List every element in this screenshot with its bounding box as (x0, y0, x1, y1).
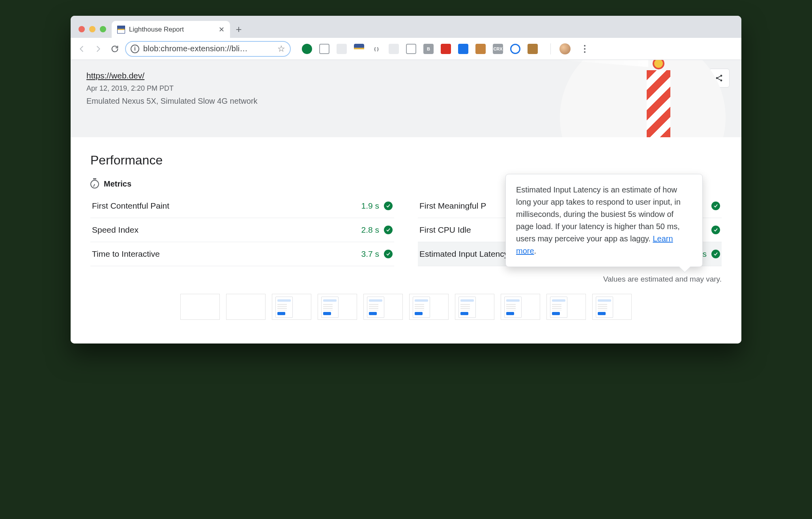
forward-button[interactable] (92, 43, 105, 55)
browser-tab[interactable]: Lighthouse Report ✕ (112, 21, 230, 38)
shield-icon[interactable] (458, 44, 468, 54)
metric-value: 1.9 s (361, 201, 379, 211)
filmstrip-thumb[interactable] (180, 294, 220, 320)
pass-check-icon (384, 202, 393, 210)
pass-check-icon (711, 226, 720, 234)
metric-value: 2.8 s (361, 225, 379, 235)
shield-check-icon[interactable] (302, 44, 312, 54)
extension-icons: { }BCRX (302, 44, 538, 54)
metric-name: Time to Interactive (92, 249, 361, 259)
pass-check-icon (711, 250, 720, 258)
metric-value: 3.7 s (361, 249, 379, 259)
tab-strip: Lighthouse Report ✕ + (71, 16, 741, 38)
estimate-note: Values are estimated and may vary. (90, 275, 722, 284)
braces-icon[interactable]: { } (371, 44, 382, 54)
category-title: Performance (90, 153, 722, 168)
filmstrip-thumb[interactable] (318, 294, 357, 320)
browser-menu-button[interactable] (580, 45, 589, 53)
metrics-label: Metrics (104, 179, 131, 189)
metric-row[interactable]: Speed Index2.8 s (90, 218, 394, 242)
snowflake-icon[interactable] (389, 44, 399, 54)
address-bar[interactable]: i blob:chrome-extension://bli… ☆ (125, 41, 291, 57)
laptop-icon[interactable] (406, 44, 416, 54)
bookmark-star-icon[interactable]: ☆ (277, 44, 285, 54)
spiral-icon[interactable] (441, 44, 451, 54)
browser-toolbar: i blob:chrome-extension://bli… ☆ { }BCRX (71, 38, 741, 60)
filmstrip-thumb[interactable] (455, 294, 494, 320)
window-controls (76, 26, 112, 38)
b-badge-icon[interactable]: B (423, 44, 434, 54)
filmstrip-thumb[interactable] (363, 294, 403, 320)
metric-name: Speed Index (92, 225, 361, 235)
filmstrip-thumb[interactable] (226, 294, 266, 320)
profile-avatar[interactable] (559, 43, 571, 54)
books-icon[interactable] (475, 44, 486, 54)
url-text: blob:chrome-extension://bli… (143, 44, 273, 53)
toolbar-separator (550, 43, 551, 54)
stopwatch-icon (90, 180, 99, 189)
audited-url-link[interactable]: https://web.dev/ (86, 71, 144, 80)
crate-icon[interactable] (528, 44, 538, 54)
gear-ring-icon[interactable] (510, 44, 520, 54)
back-button[interactable] (75, 43, 88, 55)
pass-check-icon (711, 202, 720, 210)
browser-window: Lighthouse Report ✕ + i blob:chrome-exte… (71, 16, 741, 344)
metric-tooltip: Estimated Input Latency is an estimate o… (505, 174, 703, 267)
filmstrip-thumb[interactable] (546, 294, 586, 320)
filmstrip-thumb[interactable] (501, 294, 540, 320)
report-body: Performance Metrics First Contentful Pai… (71, 137, 741, 344)
lighthouse-favicon-icon (117, 26, 125, 34)
pass-check-icon (384, 226, 393, 234)
crx-icon[interactable]: CRX (493, 44, 503, 54)
filmstrip-thumb[interactable] (272, 294, 311, 320)
metric-row[interactable]: Time to Interactive3.7 s (90, 242, 394, 266)
close-tab-button[interactable]: ✕ (219, 25, 225, 34)
new-tab-button[interactable]: + (230, 21, 247, 38)
tab-title: Lighthouse Report (129, 26, 184, 34)
metric-row[interactable]: First Contentful Paint1.9 s (90, 194, 394, 218)
close-window-button[interactable] (79, 26, 85, 32)
filmstrip-thumb[interactable] (592, 294, 632, 320)
report-header: https://web.dev/ Apr 12, 2019, 2:20 PM P… (71, 60, 741, 137)
lighthouse-hill (560, 60, 726, 137)
reload-button[interactable] (109, 43, 121, 55)
metric-name: First Contentful Paint (92, 201, 361, 211)
minimize-window-button[interactable] (89, 26, 95, 32)
devtools-icon[interactable] (319, 44, 329, 54)
filmstrip (90, 294, 722, 320)
lighthouse-tower-icon (647, 70, 670, 137)
tag-icon[interactable] (337, 44, 347, 54)
lighthouse-ext-icon[interactable] (354, 44, 364, 54)
lighthouse-top-icon (644, 60, 674, 70)
pass-check-icon (384, 250, 393, 258)
maximize-window-button[interactable] (100, 26, 106, 32)
site-info-icon[interactable]: i (131, 45, 139, 53)
filmstrip-thumb[interactable] (409, 294, 449, 320)
